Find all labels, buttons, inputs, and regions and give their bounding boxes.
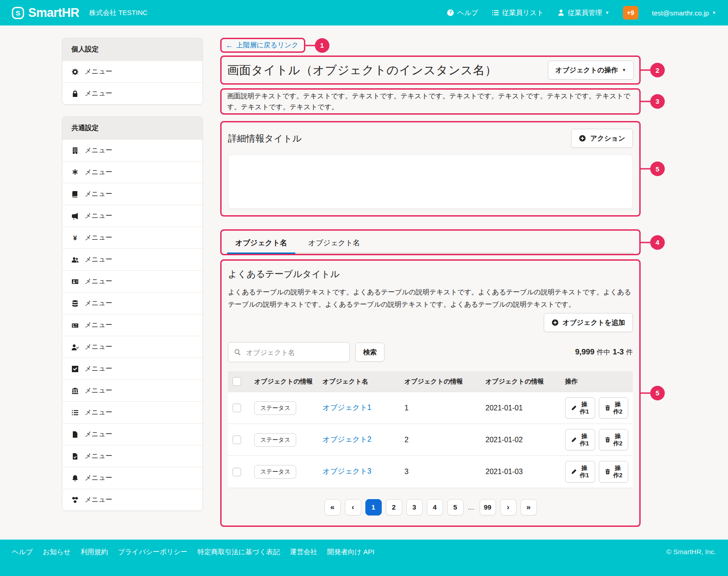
page-4-button[interactable]: 4 xyxy=(427,499,443,515)
annotation-marker: 3 xyxy=(650,94,665,109)
notification-badge[interactable]: +9 xyxy=(623,6,638,20)
footer-link[interactable]: ヘルプ xyxy=(12,548,33,556)
sidebar-item-landmark[interactable]: メニュー xyxy=(62,379,202,401)
actions-cell-wrap: 操作1操作2 xyxy=(561,456,633,488)
sidebar-item-yen[interactable]: ¥メニュー xyxy=(62,227,202,248)
page-1-button[interactable]: 1 xyxy=(365,499,382,515)
date-cell: 2021-01-02 xyxy=(481,424,561,456)
search-button[interactable]: 検索 xyxy=(355,343,384,362)
page-5-button[interactable]: 5 xyxy=(447,499,464,515)
column-header: 操作 xyxy=(561,371,633,392)
sidebar-item-megaphone[interactable]: メニュー xyxy=(62,205,202,227)
actions-cell-wrap: 操作1操作2 xyxy=(561,392,633,424)
sidebar-item-building[interactable]: メニュー xyxy=(62,139,202,161)
row-select-cell xyxy=(228,392,250,424)
sidebar-item-label: メニュー xyxy=(85,89,112,98)
page-99-button[interactable]: 99 xyxy=(480,499,496,515)
sidebar-item-filecheck[interactable]: メニュー xyxy=(62,445,202,467)
sidebar-item-database[interactable]: メニュー xyxy=(62,292,202,314)
row-select-cell xyxy=(228,456,250,488)
search-input[interactable] xyxy=(245,348,344,357)
sidebar-item-gear[interactable]: メニュー xyxy=(62,61,202,82)
page-next-button[interactable]: › xyxy=(500,499,516,515)
file-icon xyxy=(71,431,79,438)
brand-group: S SmartHR 株式会社 TESTINC xyxy=(12,6,147,20)
status-badge: ステータス xyxy=(254,465,296,479)
footer-link[interactable]: 特定商取引法に基づく表記 xyxy=(197,548,280,556)
edit-button[interactable]: 操作1 xyxy=(565,461,595,482)
sidebar-item-cubes[interactable]: メニュー xyxy=(62,489,202,510)
edit-button[interactable]: 操作1 xyxy=(565,397,595,419)
page-prev-button[interactable]: ‹ xyxy=(345,499,361,515)
trash-icon xyxy=(605,469,611,475)
employee-list-label: 従業員リスト xyxy=(502,9,544,17)
row-actions: 操作1操作2 xyxy=(565,429,628,450)
status-cell: ステータス xyxy=(250,424,318,456)
help-nav-item[interactable]: ? ヘルプ xyxy=(447,9,478,17)
sidebar-item-asterisk[interactable]: メニュー xyxy=(62,161,202,183)
table-section-description: よくあるテーブルの説明テキストです。よくあるテーブルの説明テキストです。よくある… xyxy=(228,286,633,310)
row-checkbox[interactable] xyxy=(233,435,241,444)
trash-icon xyxy=(605,405,611,411)
idcard-icon xyxy=(71,278,79,285)
back-link[interactable]: ← 上階層に戻るリンク xyxy=(226,41,298,50)
moneycheck-icon xyxy=(71,322,79,329)
page-last-button[interactable]: » xyxy=(521,499,537,515)
edit-button-label: 操作1 xyxy=(580,401,589,415)
sidebar-item-usercheck[interactable]: メニュー xyxy=(62,336,202,358)
footer-link[interactable]: お知らせ xyxy=(43,548,71,556)
help-label: ヘルプ xyxy=(457,9,478,17)
page-first-button[interactable]: « xyxy=(324,499,341,515)
footer-link[interactable]: 開発者向け API xyxy=(327,548,374,556)
sidebar-item-file[interactable]: メニュー xyxy=(62,423,202,445)
sidebar-item-idcard[interactable]: メニュー xyxy=(62,270,202,292)
sidebar-item-checksquare[interactable]: メニュー xyxy=(62,358,202,379)
annotated-table-section: よくあるテーブルタイトル よくあるテーブルの説明テキストです。よくあるテーブルの… xyxy=(220,259,641,527)
footer-link[interactable]: 運営会社 xyxy=(290,548,317,556)
filecheck-icon xyxy=(71,453,79,460)
employee-list-nav-item[interactable]: 従業員リスト xyxy=(492,9,544,17)
select-all-checkbox[interactable] xyxy=(233,377,241,386)
page-2-button[interactable]: 2 xyxy=(386,499,402,515)
add-object-button[interactable]: オブジェクトを追加 xyxy=(544,313,633,332)
sidebar-item-list[interactable]: メニュー xyxy=(62,401,202,423)
sidebar-item-moneycheck[interactable]: メニュー xyxy=(62,314,202,336)
tab-object-2[interactable]: オブジェクト名 xyxy=(300,233,368,254)
object-actions-menu-button[interactable]: オブジェクトの操作 ▼ xyxy=(548,61,634,80)
annotation-marker: 5 xyxy=(650,162,665,176)
sidebar-item-users[interactable]: メニュー xyxy=(62,248,202,270)
object-link[interactable]: オブジェクト3 xyxy=(323,467,371,475)
edit-button[interactable]: 操作1 xyxy=(565,429,595,450)
row-checkbox[interactable] xyxy=(233,468,241,476)
delete-button[interactable]: 操作2 xyxy=(599,397,629,419)
brand-name[interactable]: SmartHR xyxy=(28,6,79,20)
smarthr-logo-icon[interactable]: S xyxy=(12,7,24,19)
sidebar-item-lock[interactable]: メニュー xyxy=(62,82,202,104)
sidebar-item-label: メニュー xyxy=(85,277,112,286)
row-checkbox[interactable] xyxy=(233,404,241,412)
footer-link[interactable]: プライバシーポリシー xyxy=(118,548,187,556)
name-cell: オブジェクト2 xyxy=(318,424,400,456)
sidebar-item-bell[interactable]: メニュー xyxy=(62,467,202,489)
annotation-marker: 4 xyxy=(650,235,665,250)
object-link[interactable]: オブジェクト2 xyxy=(323,435,371,443)
delete-button[interactable]: 操作2 xyxy=(599,461,629,482)
sidebar-section: 個人設定メニューメニュー xyxy=(62,38,203,105)
employee-management-dropdown[interactable]: 従業員管理 ▼ xyxy=(557,9,609,17)
account-dropdown[interactable]: test@smarthr.co.jp ▼ xyxy=(652,9,716,17)
trash-icon xyxy=(605,437,611,443)
object-table: オブジェクトの情報オブジェクト名オブジェクトの情報オブジェクトの情報操作 ステー… xyxy=(228,371,633,488)
delete-button[interactable]: 操作2 xyxy=(599,429,629,450)
tab-object-1[interactable]: オブジェクト名 xyxy=(227,233,295,254)
annotation-marker: 1 xyxy=(315,38,329,53)
edit-button-label: 操作1 xyxy=(580,433,589,447)
action-button[interactable]: アクション xyxy=(571,129,633,148)
row-select-cell xyxy=(228,424,250,456)
sidebar-item-book[interactable]: メニュー xyxy=(62,183,202,205)
object-link[interactable]: オブジェクト1 xyxy=(323,404,371,411)
page-3-button[interactable]: 3 xyxy=(406,499,423,515)
cubes-icon xyxy=(71,496,79,504)
main-content: ← 上階層に戻るリンク 1 画面タイトル（オブジェクトのインスタンス名） オブジ… xyxy=(220,38,641,527)
search-field[interactable] xyxy=(228,342,350,362)
footer-link[interactable]: 利用規約 xyxy=(81,548,108,556)
